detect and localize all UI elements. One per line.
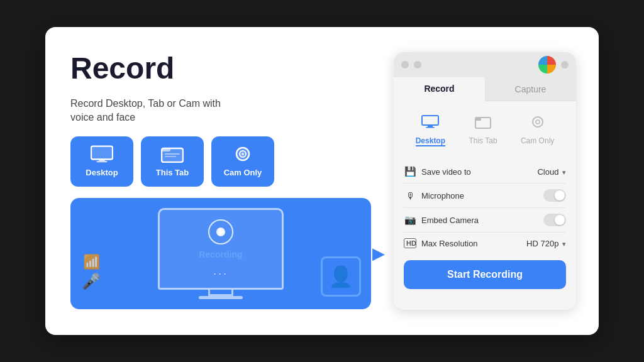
source-desktop[interactable]: Desktop (409, 111, 452, 150)
cam-only-btn-label: Cam Only (224, 168, 262, 177)
microphone-toggle[interactable] (543, 189, 566, 202)
app-logo-icon (538, 56, 556, 74)
wifi-icon: 📶 (83, 254, 100, 270)
save-video-value[interactable]: Cloud ▾ (537, 167, 566, 177)
popup-body: Desktop This Tab (394, 101, 576, 310)
tab-capture[interactable]: Capture (485, 77, 576, 101)
monitor-stand (208, 290, 233, 296)
source-cam-only[interactable]: Cam Only (514, 111, 560, 150)
monitor-wrap: Recording ... (80, 208, 361, 299)
camera-settings-icon: 📷 (404, 214, 416, 226)
microphone-label: Microphone (421, 191, 538, 200)
source-cam-icon (530, 115, 546, 133)
svg-point-16 (536, 120, 540, 124)
titlebar-dot-1 (401, 61, 409, 69)
save-dropdown-arrow: ▾ (562, 168, 566, 176)
popup-titlebar (394, 52, 576, 77)
monitor-base (199, 296, 243, 299)
this-tab-option-btn[interactable]: This Tab (141, 136, 204, 187)
tab-icon (161, 145, 184, 163)
monitor-screen: Recording ... (158, 208, 284, 290)
desktop-btn-label: Desktop (86, 168, 118, 177)
cam-icon (231, 145, 254, 163)
svg-rect-2 (96, 161, 107, 162)
svg-rect-11 (428, 125, 433, 127)
recording-icon (208, 219, 233, 244)
svg-rect-10 (422, 116, 438, 125)
setting-microphone: 🎙 Microphone (404, 184, 566, 208)
recording-dots: ... (213, 265, 228, 278)
svg-rect-1 (99, 160, 104, 162)
mic-settings-icon: 🎙 (404, 190, 416, 201)
source-this-tab[interactable]: This Tab (462, 111, 503, 150)
desktop-icon (91, 145, 113, 163)
popup-tabs: Record Capture (394, 77, 576, 101)
svg-rect-0 (91, 146, 113, 160)
page-title: Record (70, 52, 371, 85)
svg-rect-4 (162, 148, 170, 151)
source-tab-label: This Tab (469, 136, 497, 145)
save-icon: 💾 (404, 166, 416, 177)
resolution-dropdown-arrow: ▾ (562, 240, 566, 248)
microphone-icon: 🎤 (82, 273, 101, 290)
svg-rect-12 (426, 127, 435, 128)
titlebar-dot-3 (561, 61, 569, 69)
preview-box: Recording ... 📶 🎤 👤 ▶ (70, 198, 371, 309)
recording-label: Recording (199, 250, 242, 260)
main-card: Record Record Desktop, Tab or Cam withvo… (45, 27, 599, 335)
setting-embed-camera: 📷 Embed Camera (404, 208, 566, 233)
this-tab-btn-label: This Tab (156, 168, 189, 177)
source-options: Desktop This Tab (404, 111, 566, 150)
extension-popup: Record Capture Desktop (394, 52, 576, 310)
left-panel: Record Record Desktop, Tab or Cam withvo… (70, 52, 371, 310)
person-icon: 👤 (328, 265, 353, 288)
embed-camera-label: Embed Camera (421, 216, 538, 225)
source-cam-label: Cam Only (521, 136, 554, 145)
embed-camera-toggle[interactable] (543, 214, 566, 226)
arrow-pointer: ▶ (372, 244, 385, 263)
svg-point-15 (533, 117, 543, 127)
tab-record[interactable]: Record (394, 77, 485, 101)
source-desktop-icon (421, 115, 439, 133)
max-resolution-value[interactable]: HD 720p ▾ (526, 239, 566, 248)
setting-max-resolution: HD Max Resolution HD 720p ▾ (404, 233, 566, 254)
titlebar-dot-2 (414, 61, 421, 69)
save-video-label: Save video to (421, 167, 532, 177)
cam-only-option-btn[interactable]: Cam Only (211, 136, 274, 187)
play-icon (219, 228, 225, 236)
record-options: Desktop This Tab (70, 136, 371, 187)
hd-icon: HD (404, 238, 416, 248)
max-resolution-label: Max Resolution (421, 239, 521, 248)
svg-rect-6 (165, 156, 176, 157)
svg-point-9 (242, 153, 244, 155)
cam-preview: 👤 (321, 256, 361, 297)
setting-save-video: 💾 Save video to Cloud ▾ (404, 160, 566, 184)
mic-wrap: 📶 🎤 (82, 254, 101, 290)
svg-rect-5 (165, 153, 180, 155)
desktop-option-btn[interactable]: Desktop (70, 136, 133, 187)
page-subtitle: Record Desktop, Tab or Cam withvoice and… (70, 97, 371, 125)
svg-rect-14 (475, 118, 481, 121)
source-tab-icon (475, 115, 491, 133)
start-recording-button[interactable]: Start Recording (404, 260, 566, 289)
source-desktop-label: Desktop (416, 136, 445, 146)
